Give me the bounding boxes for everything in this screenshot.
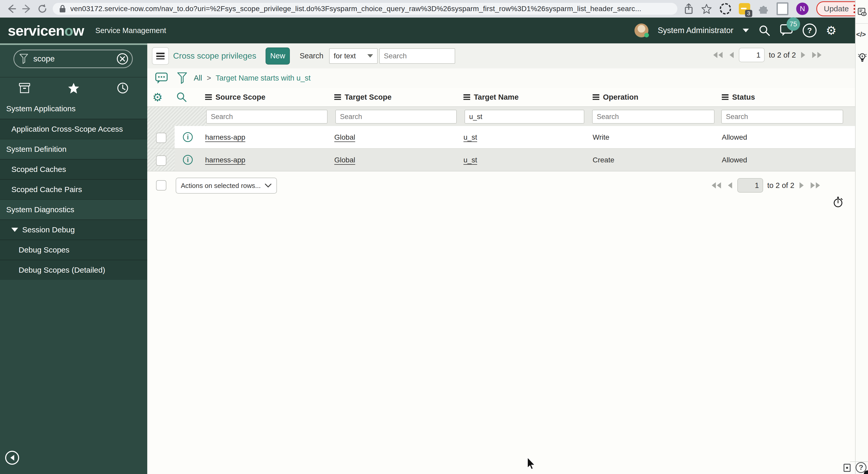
- nav-header-system-definition[interactable]: System Definition: [0, 139, 147, 159]
- new-record-button[interactable]: New: [266, 47, 290, 65]
- extension-spinner-icon[interactable]: [720, 3, 731, 14]
- previous-page-icon[interactable]: [728, 51, 735, 59]
- browser-back-icon[interactable]: [6, 3, 17, 14]
- pagination-top: to 2 of 2: [712, 48, 823, 62]
- tab-all-applications[interactable]: [0, 77, 49, 99]
- sidebar-accent-line: [0, 43, 147, 45]
- search-target-scope-input[interactable]: [335, 110, 457, 124]
- breadcrumb-condition-link[interactable]: Target Name starts with u_st: [216, 74, 311, 82]
- tab-favorites[interactable]: [49, 77, 98, 99]
- navigator-filter-input[interactable]: [33, 54, 117, 64]
- first-page-icon[interactable]: [710, 181, 722, 189]
- share-icon[interactable]: [684, 3, 693, 14]
- page-number-input[interactable]: [739, 48, 765, 62]
- list-toolbar: Cross scope privileges New Search for te…: [147, 43, 855, 69]
- last-page-icon[interactable]: [809, 181, 821, 189]
- user-menu[interactable]: System Administrator: [658, 26, 734, 35]
- row-checkbox[interactable]: [156, 133, 166, 143]
- search-operation-input[interactable]: [592, 110, 715, 124]
- list-chat-icon[interactable]: [155, 71, 168, 85]
- chevron-down-icon[interactable]: [743, 29, 749, 32]
- column-header-target-name[interactable]: Target Name: [463, 88, 519, 106]
- address-bar[interactable]: ven03172.service-now.com/nav_to.do?uri=%…: [53, 3, 677, 15]
- list-context-menu-button[interactable]: [152, 47, 169, 65]
- nav-module-scoped-caches[interactable]: Scoped Caches: [0, 159, 147, 179]
- browser-profile-avatar[interactable]: N: [796, 3, 809, 15]
- nav-module-debug-scopes[interactable]: Debug Scopes: [0, 240, 147, 260]
- search-source-scope-input[interactable]: [206, 110, 328, 124]
- column-search-toggle-icon[interactable]: [176, 88, 187, 106]
- connect-chat-icon[interactable]: 75: [780, 24, 793, 37]
- browser-update-button[interactable]: Update: [816, 1, 861, 16]
- search-type-select[interactable]: for text: [329, 48, 378, 64]
- cell-target-scope[interactable]: Global: [334, 149, 355, 171]
- form-view-icon[interactable]: [857, 7, 867, 18]
- user-avatar[interactable]: [634, 24, 648, 37]
- search-type-value: for text: [334, 52, 356, 60]
- nav-module-session-debug[interactable]: Session Debug: [0, 219, 147, 240]
- breadcrumb-filter-icon[interactable]: [177, 72, 187, 84]
- bookmark-star-icon[interactable]: [701, 3, 712, 14]
- servicenow-logo[interactable]: servicenow: [8, 22, 84, 39]
- navigator-filter[interactable]: [13, 49, 133, 68]
- cell-target-name[interactable]: u_st: [463, 126, 477, 149]
- cell-target-name[interactable]: u_st: [463, 149, 477, 171]
- bottom-divider: [850, 461, 868, 462]
- nav-module-debug-scopes-detailed[interactable]: Debug Scopes (Detailed): [0, 260, 147, 280]
- personalize-list-gear-icon[interactable]: ⚙: [152, 88, 162, 106]
- first-page-icon[interactable]: [712, 51, 724, 59]
- row-checkbox[interactable]: [156, 156, 166, 166]
- response-time-stopwatch-icon[interactable]: [832, 196, 844, 209]
- browser-reload-icon[interactable]: [37, 3, 48, 14]
- search-row-stripe: [147, 107, 206, 127]
- next-page-icon[interactable]: [800, 51, 807, 59]
- search-status-input[interactable]: [721, 110, 843, 124]
- cell-target-scope[interactable]: Global: [334, 126, 355, 149]
- breadcrumb-all-link[interactable]: All: [194, 74, 202, 82]
- pagination-bottom: to 2 of 2: [710, 178, 821, 193]
- column-header-operation[interactable]: Operation: [593, 88, 638, 106]
- column-menu-icon: [722, 94, 728, 100]
- browser-forward-icon[interactable]: [21, 3, 33, 14]
- cell-source-scope[interactable]: harness-app: [205, 149, 245, 171]
- extension-yellow-icon[interactable]: 3: [739, 3, 750, 14]
- actions-on-selected-rows-select[interactable]: Actions on selected rows...: [176, 178, 277, 194]
- cell-source-scope[interactable]: harness-app: [205, 126, 245, 149]
- notification-badge: 75: [786, 17, 800, 31]
- clear-filter-icon[interactable]: [117, 53, 128, 65]
- search-target-name-input[interactable]: [464, 110, 584, 124]
- servicenow-banner: servicenow Service Management System Adm…: [0, 18, 855, 43]
- nav-header-system-applications[interactable]: System Applications: [0, 99, 147, 119]
- settings-gear-icon[interactable]: ⚙: [826, 25, 836, 36]
- last-page-icon[interactable]: [811, 51, 823, 59]
- tab-history[interactable]: [98, 77, 147, 99]
- row-range-label: to 2 of 2: [767, 181, 795, 190]
- previous-page-icon[interactable]: [726, 181, 733, 189]
- presence-dot: [644, 33, 649, 37]
- collapse-sidebar-button[interactable]: [5, 451, 19, 465]
- extensions-puzzle-icon[interactable]: [758, 3, 769, 14]
- select-all-checkbox[interactable]: [156, 180, 166, 191]
- monitor-icon[interactable]: [843, 463, 851, 473]
- nav-module-scoped-cache-pairs[interactable]: Scoped Cache Pairs: [0, 179, 147, 199]
- column-header-status[interactable]: Status: [722, 88, 755, 106]
- nav-module-application-cross-scope-access[interactable]: Application Cross-Scope Access: [0, 119, 147, 139]
- global-search-icon[interactable]: [758, 24, 771, 37]
- cell-status: Allowed: [722, 126, 747, 149]
- page-number-input[interactable]: [737, 178, 763, 193]
- table-row: i harness-app Global u_st Write Allowed: [147, 126, 855, 149]
- column-header-source-scope[interactable]: Source Scope: [205, 88, 265, 106]
- record-info-icon[interactable]: i: [183, 132, 193, 142]
- record-info-icon[interactable]: i: [183, 155, 193, 165]
- list-title[interactable]: Cross scope privileges: [173, 51, 256, 61]
- lock-icon: [59, 4, 66, 13]
- nav-header-system-diagnostics[interactable]: System Diagnostics: [0, 199, 147, 219]
- idea-lightbulb-icon[interactable]: [857, 52, 867, 65]
- side-panel-icon[interactable]: [777, 2, 788, 15]
- help-icon[interactable]: ?: [803, 24, 816, 37]
- column-header-target-scope[interactable]: Target Scope: [334, 88, 392, 106]
- list-search-input[interactable]: [379, 48, 455, 64]
- code-icon[interactable]: </>: [856, 30, 866, 38]
- next-page-icon[interactable]: [799, 181, 805, 189]
- row-range-label: to 2 of 2: [769, 51, 796, 59]
